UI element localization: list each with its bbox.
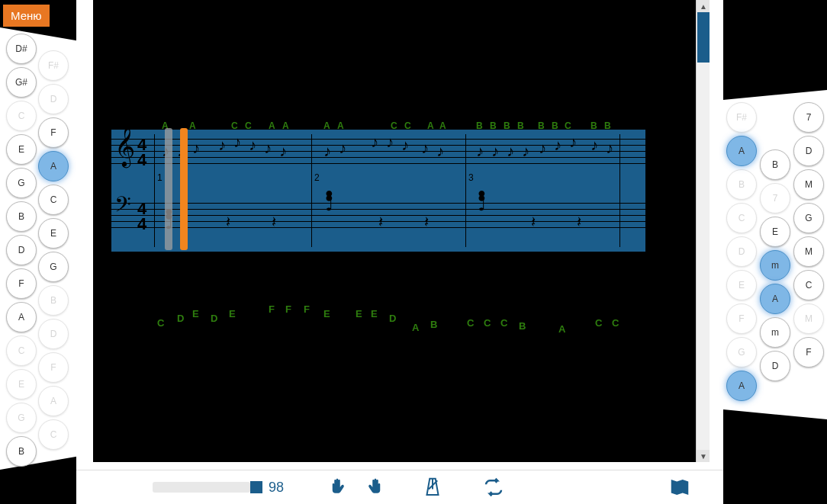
- tempo-slider-knob[interactable]: [250, 481, 262, 493]
- treble-note: ♪: [371, 134, 378, 149]
- treble-note: ♪: [218, 137, 226, 152]
- strip-note-C: C: [157, 317, 164, 329]
- left-note-G-b6[interactable]: G: [38, 252, 69, 282]
- strip-note-E: E: [229, 308, 236, 319]
- left-note-A-b3[interactable]: A: [38, 151, 69, 181]
- left-note-C-b11[interactable]: C: [38, 419, 69, 450]
- left-note-Gs-1[interactable]: G#: [6, 67, 37, 98]
- right-col2-E-2[interactable]: E: [760, 217, 790, 247]
- treble-note: ♪: [323, 143, 331, 159]
- strip-note-D: D: [389, 313, 396, 324]
- tempo-slider[interactable]: [153, 482, 250, 493]
- map-fold-icon: [668, 476, 691, 499]
- scroll-down-icon[interactable]: ▼: [697, 450, 710, 462]
- barline-0: [154, 134, 155, 247]
- right-col1-A-1[interactable]: A: [726, 136, 757, 166]
- bass-clef-icon: 𝄢: [114, 194, 131, 220]
- chord-label: A: [427, 120, 434, 131]
- right-col1-Fs-0[interactable]: F#: [726, 102, 757, 133]
- left-note-Fs-b0[interactable]: F#: [38, 50, 69, 81]
- left-note-C-9[interactable]: C: [6, 335, 37, 366]
- score-scroll-area[interactable]: 𝄞 44 𝄢 44 123 AACCAAAACCAABBBBBBCBB ♪♪♪♪…: [93, 0, 710, 462]
- time-signature-treble: 44: [137, 137, 146, 168]
- app: Меню D#G#CEGBDFACEGB F#DFACEGBDFAC 𝄞 44: [0, 0, 827, 504]
- right-col3-G-3[interactable]: G: [793, 203, 824, 233]
- sheet-music: 𝄞 44 𝄢 44 123 AACCAAAACCAABBBBBBCBB ♪♪♪♪…: [111, 130, 645, 252]
- strip-note-A: A: [558, 323, 565, 335]
- scroll-thumb[interactable]: [697, 12, 710, 63]
- chord-label: A: [269, 120, 275, 131]
- left-note-G-11[interactable]: G: [6, 403, 37, 433]
- treble-note: ♪: [192, 140, 200, 156]
- playhead-cursor[interactable]: [180, 128, 188, 250]
- treble-note: ♪: [233, 134, 241, 149]
- measure-number: 2: [314, 172, 320, 183]
- right-col3-F-7[interactable]: F: [793, 337, 824, 368]
- right-hand-button[interactable]: [359, 474, 385, 500]
- treble-note: ♪: [522, 143, 529, 159]
- right-col1-G-7[interactable]: G: [726, 337, 757, 368]
- left-note-C-2[interactable]: C: [6, 101, 37, 131]
- treble-note: ♪: [264, 140, 272, 156]
- treble-note: ♪: [606, 140, 613, 156]
- scroll-up-icon[interactable]: ▲: [697, 0, 710, 12]
- vertical-scrollbar[interactable]: ▲ ▼: [696, 0, 710, 462]
- left-note-E-b5[interactable]: E: [38, 218, 69, 249]
- hand-right-icon: [360, 476, 383, 499]
- left-note-A-8[interactable]: A: [6, 302, 37, 332]
- left-note-E-3[interactable]: E: [6, 134, 37, 165]
- right-col2-7-1[interactable]: 7: [760, 183, 790, 213]
- view-mode-button[interactable]: [667, 474, 693, 500]
- left-note-B-b7[interactable]: B: [38, 285, 69, 316]
- right-col2-B-0[interactable]: B: [760, 149, 790, 180]
- left-hand-button[interactable]: [328, 474, 354, 500]
- right-col3-C-5[interactable]: C: [793, 270, 824, 300]
- menu-button[interactable]: Меню: [3, 5, 50, 27]
- left-note-D-b8[interactable]: D: [38, 319, 69, 349]
- left-note-E-10[interactable]: E: [6, 369, 37, 400]
- right-col3-M-6[interactable]: M: [793, 303, 824, 334]
- bass-staff: 𝄢 44: [111, 198, 645, 233]
- chord-label: B: [590, 120, 597, 131]
- left-note-F-7[interactable]: F: [6, 268, 37, 299]
- left-note-Ds-0[interactable]: D#: [6, 34, 37, 64]
- left-note-F-b2[interactable]: F: [38, 117, 69, 148]
- right-col3-M-2[interactable]: M: [793, 169, 824, 200]
- barline-3: [619, 134, 620, 247]
- treble-note: ♪: [386, 134, 394, 149]
- right-col2-A-4[interactable]: A: [760, 284, 790, 314]
- right-col2-m-3[interactable]: m: [760, 250, 790, 281]
- chord-label: C: [391, 120, 397, 131]
- right-col3-7-0[interactable]: 7: [793, 102, 824, 133]
- chord-label: B: [476, 120, 483, 131]
- right-col1-E-5[interactable]: E: [726, 270, 757, 300]
- metronome-button[interactable]: [420, 474, 446, 500]
- treble-note: ♪: [279, 143, 287, 159]
- left-note-G-4[interactable]: G: [6, 168, 37, 198]
- loop-button[interactable]: [481, 474, 507, 500]
- right-col1-B-2[interactable]: B: [726, 169, 757, 200]
- strip-note-F: F: [304, 303, 310, 315]
- strip-note-E: E: [371, 308, 378, 319]
- right-col1-F-6[interactable]: F: [726, 303, 757, 334]
- right-col3-D-1[interactable]: D: [793, 136, 824, 166]
- right-col3-M-4[interactable]: M: [793, 236, 824, 267]
- left-note-A-b10[interactable]: A: [38, 386, 69, 416]
- chord-label: C: [404, 120, 411, 131]
- strip-note-D: D: [177, 313, 184, 324]
- left-note-D-b1[interactable]: D: [38, 84, 69, 114]
- right-col1-A-8[interactable]: A: [726, 371, 757, 401]
- time-signature-bass: 44: [137, 201, 146, 232]
- right-col2-m-5[interactable]: m: [760, 317, 790, 348]
- treble-clef-icon: 𝄞: [114, 128, 135, 163]
- right-col2-D-6[interactable]: D: [760, 351, 790, 381]
- left-note-D-6[interactable]: D: [6, 235, 37, 265]
- left-note-B-12[interactable]: B: [6, 436, 37, 467]
- left-note-C-b4[interactable]: C: [38, 185, 69, 215]
- strip-note-E: E: [356, 308, 362, 319]
- left-note-F-b9[interactable]: F: [38, 352, 69, 383]
- right-col1-C-3[interactable]: C: [726, 203, 757, 233]
- left-note-B-5[interactable]: B: [6, 201, 37, 232]
- strip-note-A: A: [412, 322, 419, 333]
- right-col1-D-4[interactable]: D: [726, 236, 757, 267]
